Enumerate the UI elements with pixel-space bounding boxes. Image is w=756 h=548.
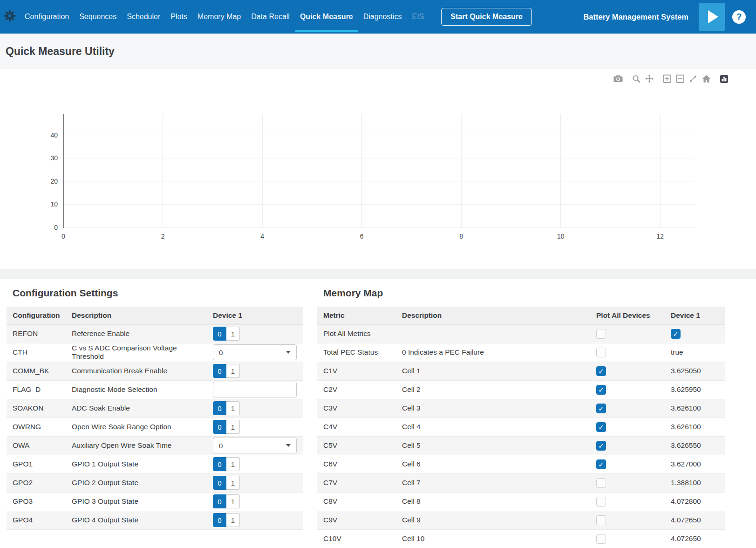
nav-item-plots[interactable]: Plots <box>165 0 192 34</box>
memory-device1-cell: 3.627000 <box>664 455 725 473</box>
memory-row-c4v: C4VCell 4✓3.626100 <box>317 418 725 436</box>
config-description: GPIO 1 Output State <box>66 455 207 473</box>
toggle-option-0[interactable]: 0 <box>213 494 226 508</box>
nav-item-quick-measure[interactable]: Quick Measure <box>295 0 358 34</box>
toggle-0-1: 01 <box>213 513 240 527</box>
memory-description: Cell 7 <box>395 473 590 492</box>
memory-device1-cell: ✓ <box>664 324 725 343</box>
config-description: Open Wire Soak Range Option <box>66 418 207 436</box>
section-divider <box>0 269 756 279</box>
start-quick-measure-button[interactable]: Start Quick Measure <box>441 8 532 26</box>
toggle-option-1[interactable]: 1 <box>226 327 240 341</box>
config-column-header-0: Configuration <box>7 307 66 324</box>
memory-description: Cell 8 <box>395 492 590 511</box>
y-tick-label: 40 <box>50 131 58 139</box>
config-name: GPO3 <box>7 492 66 511</box>
memory-metric: C7V <box>317 473 395 492</box>
memory-metric: C9V <box>317 511 395 529</box>
chart-area: 010203040024681012 <box>0 69 756 269</box>
toggle-option-0[interactable]: 0 <box>213 420 226 434</box>
dropdown[interactable]: 0 <box>213 344 297 360</box>
nav-item-memory-map[interactable]: Memory Map <box>192 0 246 34</box>
checkbox-checked[interactable]: ✓ <box>596 422 606 432</box>
config-name: REFON <box>7 324 66 343</box>
memory-metric: C5V <box>317 436 395 455</box>
nav-item-configuration[interactable]: Configuration <box>20 0 74 34</box>
checkbox-checked[interactable]: ✓ <box>596 366 606 376</box>
memory-device1-cell: 4.072650 <box>664 529 725 548</box>
checkbox-checked[interactable]: ✓ <box>671 329 681 339</box>
memory-column-header-0: Metric <box>317 307 395 324</box>
config-device1-cell: 01 <box>207 455 303 473</box>
memory-row-c10v: C10VCell 104.072650 <box>317 529 725 548</box>
toggle-option-0[interactable]: 0 <box>213 457 226 471</box>
nav-item-data-recall[interactable]: Data Recall <box>246 0 295 34</box>
config-device1-cell: 01 <box>207 511 303 529</box>
memory-map-title: Memory Map <box>317 287 725 299</box>
y-tick-label: 0 <box>54 224 58 231</box>
memory-plot-all-cell <box>590 473 664 492</box>
config-device1-cell: 01 <box>207 324 303 343</box>
checkbox-checked[interactable]: ✓ <box>596 441 606 451</box>
help-button[interactable]: ? <box>732 10 746 24</box>
checkbox-checked[interactable]: ✓ <box>596 459 606 469</box>
play-button[interactable] <box>699 3 725 31</box>
memory-metric: C6V <box>317 455 395 473</box>
toggle-option-0[interactable]: 0 <box>213 327 226 341</box>
config-row-GPO3: GPO3GPIO 3 Output State01 <box>7 492 303 511</box>
toggle-option-1[interactable]: 1 <box>226 420 240 434</box>
memory-description: Cell 1 <box>395 362 590 380</box>
toggle-0-1: 01 <box>213 364 240 378</box>
toggle-option-1[interactable]: 1 <box>226 513 240 527</box>
nav-item-sequences[interactable]: Sequences <box>74 0 122 34</box>
memory-row-c8v: C8VCell 84.072800 <box>317 492 725 511</box>
toggle-option-0[interactable]: 0 <box>213 364 226 378</box>
x-tick-label: 12 <box>656 233 664 240</box>
config-description: ADC Soak Enable <box>66 399 207 418</box>
checkbox-unchecked[interactable] <box>596 515 606 525</box>
checkbox-checked[interactable]: ✓ <box>596 404 606 413</box>
check-icon: ✓ <box>598 461 604 468</box>
checkbox-unchecked[interactable] <box>596 497 606 507</box>
check-icon: ✓ <box>598 424 604 431</box>
memory-metric: Plot All Metrics <box>317 324 395 343</box>
dropdown-value: 0 <box>219 349 286 356</box>
memory-plot-all-cell <box>590 324 664 343</box>
configuration-settings-table: ConfigurationDescriptionDevice 1REFONRef… <box>7 307 303 530</box>
memory-description <box>395 324 590 343</box>
configuration-settings-title: Configuration Settings <box>7 287 303 299</box>
checkbox-checked[interactable]: ✓ <box>596 385 606 395</box>
memory-description: Cell 3 <box>395 399 590 418</box>
text-input[interactable] <box>213 382 297 397</box>
memory-row-c1v: C1VCell 1✓3.625050 <box>317 362 725 380</box>
nav-item-diagnostics[interactable]: Diagnostics <box>358 0 407 34</box>
dropdown[interactable]: 0 <box>213 438 297 453</box>
toggle-option-0[interactable]: 0 <box>213 513 226 527</box>
config-name: COMM_BK <box>7 362 66 380</box>
toggle-option-0[interactable]: 0 <box>213 401 226 415</box>
memory-description: Cell 6 <box>395 455 590 473</box>
config-table-body: ConfigurationDescriptionDevice 1REFONRef… <box>7 307 303 529</box>
nav-item-scheduler[interactable]: Scheduler <box>122 0 165 34</box>
config-row-COMM_BK: COMM_BKCommunication Break Enable01 <box>7 362 303 380</box>
memory-description: Cell 9 <box>395 511 590 529</box>
toggle-option-1[interactable]: 1 <box>226 494 240 508</box>
config-row-REFON: REFONReference Enable01 <box>7 324 303 343</box>
memory-plot-all-cell <box>590 492 664 511</box>
memory-row-c7v: C7VCell 71.388100 <box>317 473 725 492</box>
play-icon <box>708 10 718 23</box>
settings-gear-button[interactable] <box>0 9 20 25</box>
configuration-settings-panel: Configuration Settings ConfigurationDesc… <box>7 279 303 530</box>
toggle-option-1[interactable]: 1 <box>226 401 240 415</box>
toggle-option-1[interactable]: 1 <box>226 476 240 490</box>
plot-svg[interactable]: 010203040024681012 <box>0 69 756 269</box>
checkbox-unchecked[interactable] <box>596 329 606 339</box>
toggle-option-0[interactable]: 0 <box>213 476 226 490</box>
toggle-option-1[interactable]: 1 <box>226 457 240 471</box>
checkbox-unchecked[interactable] <box>596 348 606 357</box>
memory-device1-cell: 3.625050 <box>664 362 725 380</box>
toggle-option-1[interactable]: 1 <box>226 364 240 378</box>
checkbox-unchecked[interactable] <box>596 478 606 488</box>
checkbox-unchecked[interactable] <box>596 534 606 544</box>
nav-item-eis[interactable]: EIS <box>407 0 429 34</box>
